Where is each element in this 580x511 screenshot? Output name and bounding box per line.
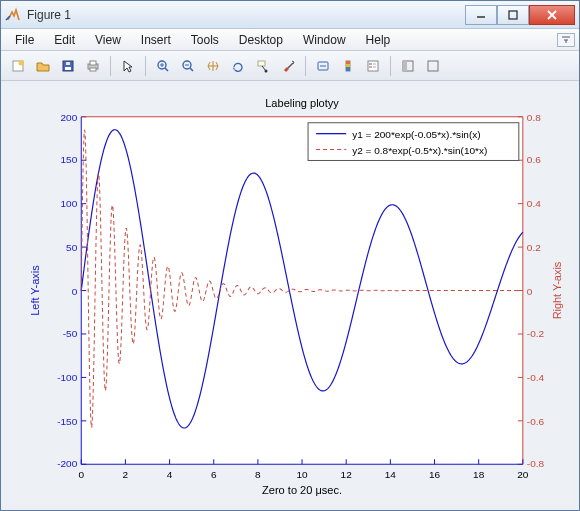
svg-text:16: 16 — [429, 469, 441, 480]
svg-text:2: 2 — [123, 469, 129, 480]
zoom-out-button[interactable] — [177, 55, 199, 77]
svg-text:0: 0 — [527, 286, 533, 297]
svg-text:-0.8: -0.8 — [527, 458, 545, 469]
axes[interactable]: Labeling plotyy — [9, 87, 571, 504]
svg-text:y2 = 0.8*exp(-0.5*x).*sin(10*x: y2 = 0.8*exp(-0.5*x).*sin(10*x) — [352, 145, 487, 156]
menu-file[interactable]: File — [5, 31, 44, 49]
menu-desktop[interactable]: Desktop — [229, 31, 293, 49]
svg-text:-100: -100 — [57, 372, 78, 383]
link-button[interactable] — [312, 55, 334, 77]
menu-help[interactable]: Help — [356, 31, 401, 49]
svg-text:-150: -150 — [57, 416, 78, 427]
svg-rect-35 — [428, 61, 438, 71]
minimize-button[interactable] — [465, 5, 497, 25]
svg-text:20: 20 — [517, 469, 529, 480]
svg-text:12: 12 — [341, 469, 353, 480]
svg-text:-200: -200 — [57, 458, 78, 469]
svg-text:8: 8 — [255, 469, 261, 480]
svg-rect-10 — [90, 61, 96, 65]
svg-rect-25 — [346, 61, 350, 64]
matlab-icon — [5, 7, 21, 23]
save-button[interactable] — [57, 55, 79, 77]
svg-text:50: 50 — [66, 242, 78, 253]
svg-rect-26 — [346, 64, 350, 67]
svg-rect-7 — [65, 67, 71, 70]
plot-title: Labeling plotyy — [265, 97, 339, 109]
pointer-button[interactable] — [117, 55, 139, 77]
window-title: Figure 1 — [27, 8, 465, 22]
menu-tools[interactable]: Tools — [181, 31, 229, 49]
legend[interactable]: y1 = 200*exp(-0.05*x).*sin(x) y2 = 0.8*e… — [308, 123, 519, 161]
svg-text:-0.6: -0.6 — [527, 416, 545, 427]
dock-toggle-icon[interactable] — [557, 33, 575, 47]
svg-text:-0.4: -0.4 — [527, 372, 545, 383]
right-ylabel: Right Y-axis — [551, 261, 563, 319]
svg-text:0.6: 0.6 — [527, 154, 541, 165]
svg-text:0: 0 — [72, 286, 78, 297]
svg-text:-50: -50 — [63, 328, 78, 339]
svg-rect-19 — [258, 61, 265, 66]
legend-button[interactable] — [362, 55, 384, 77]
separator — [390, 56, 391, 76]
svg-point-5 — [19, 60, 24, 65]
pan-button[interactable] — [202, 55, 224, 77]
svg-point-21 — [265, 69, 268, 72]
left-ylabel: Left Y-axis — [29, 265, 41, 316]
maximize-button[interactable] — [497, 5, 529, 25]
toolbar — [1, 51, 579, 81]
menu-edit[interactable]: Edit — [44, 31, 85, 49]
svg-rect-8 — [66, 62, 70, 65]
menu-insert[interactable]: Insert — [131, 31, 181, 49]
titlebar: Figure 1 — [1, 1, 579, 29]
close-button[interactable] — [529, 5, 575, 25]
menubar: File Edit View Insert Tools Desktop Wind… — [1, 29, 579, 51]
brush-button[interactable] — [277, 55, 299, 77]
separator — [305, 56, 306, 76]
svg-rect-28 — [368, 61, 378, 71]
colorbar-button[interactable] — [337, 55, 359, 77]
svg-text:4: 4 — [167, 469, 173, 480]
svg-text:6: 6 — [211, 469, 217, 480]
separator — [145, 56, 146, 76]
svg-text:0: 0 — [78, 469, 84, 480]
svg-text:0.8: 0.8 — [527, 112, 541, 123]
svg-line-17 — [190, 68, 193, 71]
open-button[interactable] — [32, 55, 54, 77]
svg-text:150: 150 — [61, 154, 78, 165]
xlabel: Zero to 20 μsec. — [262, 484, 342, 496]
show-tools-button[interactable] — [422, 55, 444, 77]
figure-window: Figure 1 File Edit View Insert Tools Des… — [0, 0, 580, 511]
svg-text:-0.2: -0.2 — [527, 328, 545, 339]
svg-text:14: 14 — [385, 469, 397, 480]
svg-text:18: 18 — [473, 469, 485, 480]
svg-text:100: 100 — [61, 198, 78, 209]
svg-line-22 — [288, 63, 293, 68]
svg-rect-36 — [81, 117, 523, 465]
left-axis: 200 150 100 50 0 -50 -100 -150 -200 Left… — [29, 112, 86, 469]
svg-text:10: 10 — [296, 469, 308, 480]
hide-tools-button[interactable] — [397, 55, 419, 77]
right-axis: 0.8 0.6 0.4 0.2 0 -0.2 -0.4 -0.6 -0.8 Ri… — [518, 112, 563, 469]
zoom-in-button[interactable] — [152, 55, 174, 77]
data-cursor-button[interactable] — [252, 55, 274, 77]
svg-text:200: 200 — [61, 112, 78, 123]
window-buttons — [465, 5, 575, 25]
svg-rect-11 — [90, 68, 96, 71]
menu-view[interactable]: View — [85, 31, 131, 49]
svg-line-13 — [165, 68, 168, 71]
new-figure-button[interactable] — [7, 55, 29, 77]
separator — [110, 56, 111, 76]
svg-text:y1 = 200*exp(-0.05*x).*sin(x): y1 = 200*exp(-0.05*x).*sin(x) — [352, 129, 480, 140]
rotate-button[interactable] — [227, 55, 249, 77]
menu-window[interactable]: Window — [293, 31, 356, 49]
svg-text:0.2: 0.2 — [527, 242, 541, 253]
svg-rect-1 — [509, 11, 517, 19]
svg-rect-34 — [403, 61, 407, 71]
svg-text:0.4: 0.4 — [527, 198, 541, 209]
svg-rect-27 — [346, 67, 350, 71]
print-button[interactable] — [82, 55, 104, 77]
figure-area: Labeling plotyy — [1, 81, 579, 510]
